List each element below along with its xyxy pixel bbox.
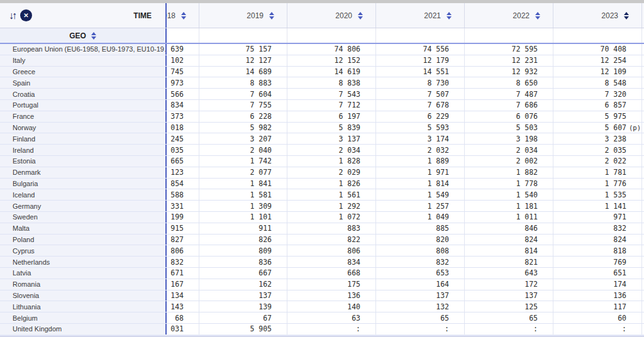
value-cell: 245 xyxy=(167,133,199,144)
geo-label-cell: Sweden xyxy=(0,212,167,223)
value-cell: 65 xyxy=(376,312,465,323)
value-cell: 566 xyxy=(167,89,199,99)
geo-sort-header[interactable]: GEO xyxy=(0,28,167,43)
value-cell: 5 975 xyxy=(553,111,642,122)
table-row: Portugal 8347 7557 7127 6787 6866 857 xyxy=(0,100,644,111)
value-cell: 643 xyxy=(465,268,553,279)
geo-label-cell: Croatia xyxy=(0,89,167,99)
table-row: Greece 74514 68914 61914 55112 93212 109 xyxy=(0,67,644,78)
value-cell: 1 781 xyxy=(553,167,642,178)
geo-label-cell: Slovenia xyxy=(0,290,167,301)
geo-label-cell: Ireland xyxy=(0,145,167,155)
year-column-header-2020[interactable]: 2020 xyxy=(287,3,376,28)
geo-label-cell: Poland xyxy=(0,235,167,245)
geo-label-cell: Iceland xyxy=(0,189,167,200)
value-cell: 2 040 xyxy=(199,145,287,155)
value-cell: 3 137 xyxy=(287,133,376,144)
value-cell: 824 xyxy=(465,235,553,245)
value-cell: 1 049 xyxy=(376,212,465,223)
table-row: France 3736 2286 1976 2296 0765 975 xyxy=(0,111,644,123)
value-cell: 7 712 xyxy=(287,100,376,111)
value-cell: 2 002 xyxy=(465,156,553,167)
value-cell: 818 xyxy=(553,245,642,256)
table-row: Ireland 0352 0402 0342 0322 0342 035 xyxy=(0,145,644,156)
value-cell: 806 xyxy=(167,245,199,256)
value-cell: 14 551 xyxy=(376,67,465,77)
value-cell: 915 xyxy=(167,223,199,234)
value-cell: 70 408 xyxy=(553,44,642,55)
value-cell: 5 593 xyxy=(376,123,465,133)
year-column-header-2019[interactable]: 2019 xyxy=(199,3,287,28)
value-cell: 1 841 xyxy=(199,179,287,189)
sort-order-icon[interactable]: ↓↑ xyxy=(9,10,20,21)
frozen-header-panel: ↓↑ ✕ TIME xyxy=(0,3,167,28)
value-cell: 1 742 xyxy=(199,156,287,167)
value-cell: 588 xyxy=(167,189,199,200)
value-cell: 1 778 xyxy=(465,179,553,189)
sort-arrows-icon xyxy=(535,12,540,19)
value-cell: 117 xyxy=(553,301,642,312)
value-cell: 2 034 xyxy=(465,145,553,155)
value-cell: 653 xyxy=(376,268,465,279)
value-cell: 72 595 xyxy=(465,44,553,55)
value-cell: 2 022 xyxy=(553,156,642,167)
value-cell: 14 619 xyxy=(287,67,376,77)
value-cell: 125 xyxy=(465,301,553,312)
value-cell: 769 xyxy=(553,257,642,267)
value-cell: 162 xyxy=(199,279,287,290)
table-body[interactable]: European Union (EU6-1958, EU9-1973, EU10… xyxy=(0,44,644,335)
value-cell: 971 xyxy=(553,212,642,223)
value-cell: 75 157 xyxy=(199,44,287,55)
eurostat-data-table: ↓↑ ✕ TIME 2018 2019 2020 2021 2022 2023 … xyxy=(0,0,644,337)
year-column-header-2018[interactable]: 2018 xyxy=(167,3,199,28)
year-column-header-2021[interactable]: 2021 xyxy=(376,3,465,28)
value-cell: 8 838 xyxy=(287,77,376,88)
value-cell: 3 207 xyxy=(199,133,287,144)
value-cell: 12 932 xyxy=(465,67,553,77)
geo-label-cell: Denmark xyxy=(0,167,167,178)
value-cell: 639 xyxy=(167,44,199,55)
sort-arrows-icon xyxy=(91,32,96,40)
value-cell: 6 197 xyxy=(287,111,376,122)
value-cell: 814 xyxy=(465,245,553,256)
geo-label-cell: Spain xyxy=(0,77,167,88)
value-cell: 806 xyxy=(287,245,376,256)
value-cell: 199 xyxy=(167,212,199,223)
value-cell: 885 xyxy=(376,223,465,234)
value-cell: 7 678 xyxy=(376,100,465,111)
value-cell: 12 179 xyxy=(376,55,465,66)
value-cell: 12 109 xyxy=(553,67,642,77)
table-row: Croatia 5667 6047 5437 5077 4877 320 xyxy=(0,89,644,100)
value-cell: 1 561 xyxy=(287,189,376,200)
value-cell: 134 xyxy=(167,290,199,301)
value-cell: 1 581 xyxy=(199,189,287,200)
geo-label-cell: Italy xyxy=(0,55,167,66)
value-cell: 137 xyxy=(199,290,287,301)
value-cell: 6 076 xyxy=(465,111,553,122)
year-column-header-2022[interactable]: 2022 xyxy=(465,3,553,28)
value-cell: 140 xyxy=(287,301,376,312)
value-cell: 12 152 xyxy=(287,55,376,66)
value-cell: 2 034 xyxy=(287,145,376,155)
close-icon[interactable]: ✕ xyxy=(20,9,32,21)
geo-label-cell: Finland xyxy=(0,133,167,144)
geo-label-cell: Norway xyxy=(0,123,167,133)
geo-label-cell: Cyprus xyxy=(0,245,167,256)
table-row: Sweden 1991 1011 0721 0491 011971 xyxy=(0,212,644,223)
geo-label-cell: Bulgaria xyxy=(0,179,167,189)
geo-label-cell: Estonia xyxy=(0,156,167,167)
geo-label-cell: European Union (EU6-1958, EU9-1973, EU10… xyxy=(0,44,167,55)
year-column-header-2023[interactable]: 2023 xyxy=(553,3,642,28)
value-cell: : xyxy=(465,324,553,334)
value-cell: 745 xyxy=(167,67,199,77)
value-cell: 2 032 xyxy=(376,145,465,155)
geo-dimension-label: GEO xyxy=(69,31,86,40)
value-cell: 651 xyxy=(553,268,642,279)
time-dimension-label: TIME xyxy=(133,11,165,20)
value-cell: 67 xyxy=(199,312,287,323)
value-cell: 1 814 xyxy=(376,179,465,189)
value-cell: 5 839 xyxy=(287,123,376,133)
value-cell: 7 507 xyxy=(376,89,465,99)
geo-label-cell: Netherlands xyxy=(0,257,167,267)
provisional-flag: (p) xyxy=(629,124,641,131)
